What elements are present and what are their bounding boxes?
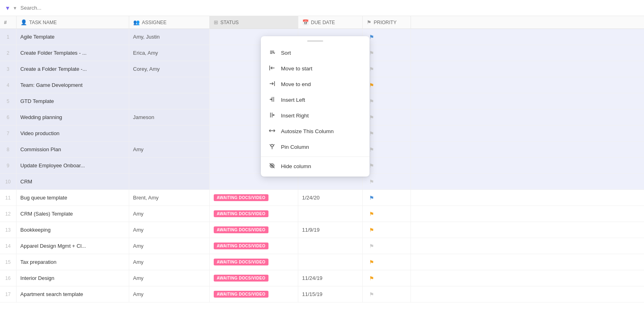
insert-left-icon [268,96,276,104]
col-header-rest [411,16,644,29]
row-assignee: Brent, Amy [129,190,209,206]
col-header-num[interactable]: # [0,16,16,29]
row-priority: ⚑ [362,254,411,270]
autosize-icon [268,127,276,135]
row-rest [411,174,644,190]
menu-item-pin-column[interactable]: Pin Column [261,139,369,155]
row-duedate: 1/24/20 [298,190,362,206]
row-task[interactable]: Tax preparation [16,254,129,270]
row-num: 5 [0,93,16,109]
row-priority: ⚑ [362,270,411,286]
search-input[interactable] [21,5,101,11]
row-assignee: Amy, Justin [129,29,209,45]
row-task[interactable]: Apparel Design Mgmt + Cl... [16,238,129,254]
row-assignee [129,125,209,142]
row-assignee: Amy [129,286,209,302]
col-header-assignee[interactable]: 👥 ASSIGNEE [129,16,209,29]
flag-icon: ⚑ [369,130,374,137]
row-priority: ⚑ [362,174,411,190]
row-task[interactable]: Create Folder Templates - ... [16,45,129,61]
table-row[interactable]: 12CRM (Sales) TemplateAmyAWAITING DOCS/V… [0,206,644,222]
row-task[interactable]: Team: Game Development [16,77,129,93]
status-badge: AWAITING DOCS/VIDEO [214,275,269,282]
menu-item-insert-left[interactable]: Insert Left [261,92,369,108]
row-task[interactable]: Bug queue template [16,190,129,206]
table-row[interactable]: 17Apartment search templateAmyAWAITING D… [0,286,644,302]
menu-item-sort[interactable]: Sort [261,45,369,61]
row-assignee: Erica, Amy [129,45,209,61]
menu-item-label-insert-right: Insert Right [281,113,309,119]
row-rest [411,238,644,254]
col-header-priority[interactable]: ⚑ PRIORITY [362,16,411,29]
row-num: 12 [0,206,16,222]
table-row[interactable]: 14Apparel Design Mgmt + Cl...AmyAWAITING… [0,238,644,254]
row-assignee [129,77,209,93]
menu-item-move-to-end[interactable]: Move to end [261,76,369,92]
row-num: 4 [0,77,16,93]
col-label-priority: PRIORITY [374,20,397,25]
row-rest [411,158,644,174]
row-task[interactable]: Wedding planning [16,109,129,125]
flag-icon: ⚑ [369,275,374,282]
row-priority: ⚑ [362,238,411,254]
flag-icon: ⚑ [369,227,374,233]
row-priority: ⚑ [362,158,411,174]
row-assignee: Amy [129,142,209,158]
menu-item-label-sort: Sort [281,50,291,56]
col-header-task[interactable]: 👤 TASK NAME [16,16,129,29]
row-duedate: 11/24/19 [298,270,362,286]
row-task[interactable]: Apartment search template [16,286,129,302]
svg-line-17 [273,144,275,146]
row-duedate [298,254,362,270]
table-row[interactable]: 13BookkeepingAmyAWAITING DOCS/VIDEO11/9/… [0,222,644,238]
table-row[interactable]: 11Bug queue templateBrent, AmyAWAITING D… [0,190,644,206]
row-rest [411,142,644,158]
hide-icon [268,162,276,170]
row-task[interactable]: GTD Template [16,93,129,109]
col-header-duedate[interactable]: 📅 DUE DATE [298,16,362,29]
table-row[interactable]: 15Tax preparationAmyAWAITING DOCS/VIDEO⚑ [0,254,644,270]
menu-item-insert-right[interactable]: Insert Right [261,108,369,123]
row-task[interactable]: Bookkeeping [16,222,129,238]
row-task[interactable]: Agile Template [16,29,129,45]
col-header-status[interactable]: ⊞ STATUS [209,16,298,29]
row-status: AWAITING DOCS/VIDEO [209,286,298,302]
row-priority: ⚑ [362,61,411,77]
row-num: 14 [0,238,16,254]
menu-item-move-to-start[interactable]: Move to start [261,61,369,76]
row-task[interactable]: CRM [16,174,129,190]
row-status: AWAITING DOCS/VIDEO [209,206,298,222]
status-badge: AWAITING DOCS/VIDEO [214,243,269,249]
row-num: 1 [0,29,16,45]
row-task[interactable]: Video production [16,125,129,142]
filter-icon[interactable]: ▼ [5,5,10,11]
sort-icon [268,49,276,57]
row-assignee: Amy [129,222,209,238]
col-label-assignee: ASSIGNEE [142,20,167,25]
status-icon: ⊞ [214,19,218,25]
row-task[interactable]: Interior Design [16,270,129,286]
row-num: 11 [0,190,16,206]
row-rest [411,125,644,142]
row-task[interactable]: Commission Plan [16,142,129,158]
row-status: AWAITING DOCS/VIDEO [209,270,298,286]
row-task[interactable]: Create a Folder Template -... [16,61,129,77]
row-task[interactable]: CRM (Sales) Template [16,206,129,222]
row-status: AWAITING DOCS/VIDEO [209,190,298,206]
row-assignee: Jameson [129,109,209,125]
row-task[interactable]: Update Employee Onboar... [16,158,129,174]
row-rest [411,45,644,61]
chevron-icon: ▼ [13,6,17,10]
table-row[interactable]: 16Interior DesignAmyAWAITING DOCS/VIDEO1… [0,270,644,286]
row-rest [411,61,644,77]
svg-line-16 [270,144,271,146]
row-assignee [129,174,209,190]
menu-item-label-autosize: Autosize This Column [281,128,334,134]
row-assignee: Corey, Amy [129,61,209,77]
flag-icon: ⚑ [369,66,374,72]
flag-icon: ⚑ [369,82,374,88]
menu-item-autosize[interactable]: Autosize This Column [261,123,369,139]
status-badge: AWAITING DOCS/VIDEO [214,259,269,265]
row-num: 15 [0,254,16,270]
menu-item-hide-column[interactable]: Hide column [261,158,369,174]
